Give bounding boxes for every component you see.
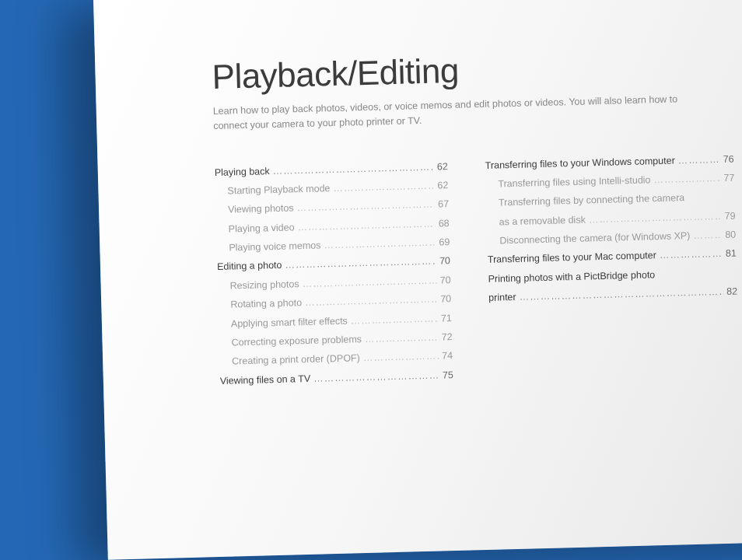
toc-page-number: 68 [435,214,450,233]
toc-page-number: 69 [436,233,450,252]
toc-page-number: 75 [439,366,454,385]
toc-columns: Playing back ………………………………………………………………………… [215,148,742,390]
toc-label: Viewing files on a TV [220,369,311,390]
toc-label: Editing a photo [217,256,282,277]
document-page: Playback/Editing Learn how to play back … [93,0,742,560]
toc-leader: ……………………………………………………………………………… [650,169,721,190]
toc-page-number: 82 [723,282,738,302]
page-subtitle: Learn how to play back photos, videos, o… [213,91,712,133]
toc-leader: ……………………………………………………………………………… [656,244,723,265]
toc-leader: ……………………………………………………………………………… [347,309,438,330]
toc-leader: ……………………………………………………………………………… [690,226,722,245]
toc-page-number: 77 [720,168,735,187]
toc-page-number: 76 [719,149,734,169]
toc-label: printer [488,288,516,307]
toc-column-1: Playing back ………………………………………………………………………… [215,157,454,390]
toc-page-number: 81 [723,244,737,264]
toc-leader: ……………………………………………………………………………… [310,366,439,388]
toc-page-number: 70 [437,289,452,309]
toc-leader: ……………………………………………………………………………… [330,176,435,198]
toc-page-number: 79 [721,206,736,226]
toc-page-number: 70 [436,271,451,290]
toc-page-number: 74 [439,346,453,366]
toc-leader: ……………………………………………………………………………… [674,149,720,170]
toc-page-number: 80 [722,225,737,244]
toc-leader: ……………………………………………………………………………… [359,347,439,368]
toc-page-number: 62 [434,176,449,195]
toc-label: as a removable disk [486,210,586,232]
toc-label: Playing back [215,162,270,182]
toc-column-2: Transferring files to your Windows compu… [485,149,740,383]
toc-label: Playing voice memos [216,236,321,257]
toc-label: Rotating a photo [218,293,302,314]
toc-page-number: 67 [435,194,450,214]
toc-page-number: 62 [434,157,449,177]
toc-page-number: 70 [436,251,451,271]
toc-label: Resizing photos [217,275,299,296]
toc-label: Playing a video [215,218,294,239]
toc-page-number: 72 [438,327,453,347]
page-title: Playback/Editing [212,43,742,96]
toc-label: Viewing photos [215,199,294,220]
toc-page-number: 71 [438,309,453,328]
toc-leader: ……………………………………………………………………………… [362,327,439,348]
